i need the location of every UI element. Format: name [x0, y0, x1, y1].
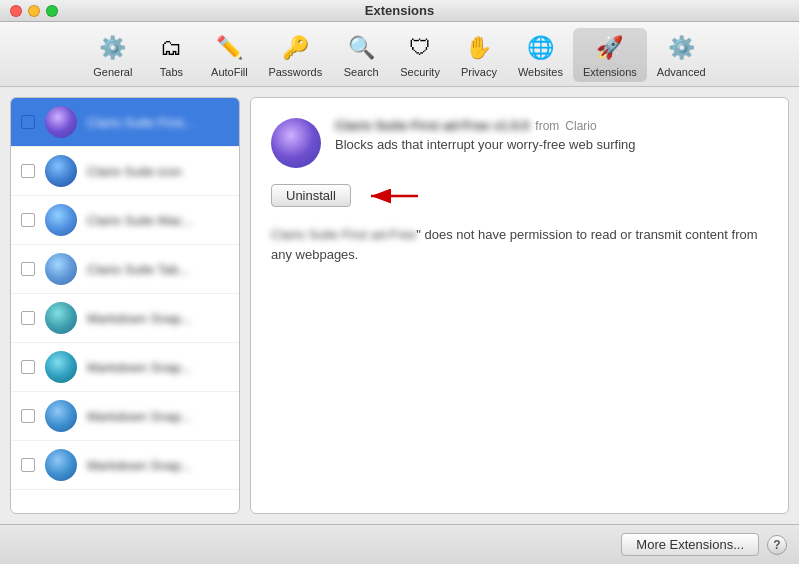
advanced-icon: ⚙️	[665, 32, 697, 64]
sidebar-checkbox-item7[interactable]	[21, 409, 35, 423]
sidebar-checkbox-item3[interactable]	[21, 213, 35, 227]
toolbar-item-security[interactable]: 🛡Security	[390, 28, 450, 82]
toolbar-item-websites[interactable]: 🌐Websites	[508, 28, 573, 82]
sidebar-item-item4[interactable]: Clario Suite Tab...	[11, 245, 239, 294]
sidebar-checkbox-item2[interactable]	[21, 164, 35, 178]
security-icon: 🛡	[404, 32, 436, 64]
search-label: Search	[344, 66, 379, 78]
general-icon: ⚙️	[97, 32, 129, 64]
toolbar-item-passwords[interactable]: 🔑Passwords	[258, 28, 332, 82]
extension-description: Blocks ads that interrupt your worry-fre…	[335, 137, 768, 152]
sidebar-icon-item1	[45, 106, 77, 138]
extensions-icon: 🚀	[594, 32, 626, 64]
privacy-icon: ✋	[463, 32, 495, 64]
sidebar-icon-item2	[45, 155, 77, 187]
autofill-label: AutoFill	[211, 66, 248, 78]
extension-name-row: Clario Suite First ad-Free v1.5.0 from C…	[335, 118, 768, 133]
maximize-button[interactable]	[46, 5, 58, 17]
arrow-icon	[363, 185, 423, 207]
autofill-icon: ✏️	[213, 32, 245, 64]
sidebar-item-item1[interactable]: Clario Suite First...	[11, 98, 239, 147]
toolbar-item-extensions[interactable]: 🚀Extensions	[573, 28, 647, 82]
extension-info: Clario Suite First ad-Free v1.5.0 from C…	[335, 118, 768, 152]
sidebar-checkbox-item4[interactable]	[21, 262, 35, 276]
search-icon: 🔍	[345, 32, 377, 64]
uninstall-row: Uninstall	[271, 184, 768, 207]
passwords-label: Passwords	[268, 66, 322, 78]
security-label: Security	[400, 66, 440, 78]
tabs-icon: 🗂	[155, 32, 187, 64]
toolbar-item-privacy[interactable]: ✋Privacy	[450, 28, 508, 82]
extension-name: Clario Suite First ad-Free v1.5.0	[335, 118, 529, 133]
toolbar-item-advanced[interactable]: ⚙️Advanced	[647, 28, 716, 82]
extensions-label: Extensions	[583, 66, 637, 78]
window-title: Extensions	[365, 3, 434, 18]
sidebar-item-label-item3: Clario Suite Mac...	[87, 213, 193, 228]
extension-from-label: from	[535, 119, 559, 133]
sidebar-icon-item4	[45, 253, 77, 285]
minimize-button[interactable]	[28, 5, 40, 17]
websites-label: Websites	[518, 66, 563, 78]
sidebar-item-label-item5: Markdown Snap...	[87, 311, 192, 326]
toolbar: ⚙️General🗂Tabs✏️AutoFill🔑Passwords🔍Searc…	[0, 22, 799, 87]
sidebar-icon-item5	[45, 302, 77, 334]
toolbar-item-tabs[interactable]: 🗂Tabs	[142, 28, 200, 82]
privacy-label: Privacy	[461, 66, 497, 78]
sidebar-checkbox-item6[interactable]	[21, 360, 35, 374]
sidebar-item-item7[interactable]: Markdown Snap...	[11, 392, 239, 441]
close-button[interactable]	[10, 5, 22, 17]
tabs-label: Tabs	[160, 66, 183, 78]
sidebar-item-item8[interactable]: Markdown Snap...	[11, 441, 239, 490]
sidebar-item-item6[interactable]: Markdown Snap...	[11, 343, 239, 392]
sidebar-item-item3[interactable]: Clario Suite Mac...	[11, 196, 239, 245]
extension-detail: Clario Suite First ad-Free v1.5.0 from C…	[250, 97, 789, 514]
sidebar-item-item5[interactable]: Markdown Snap...	[11, 294, 239, 343]
more-extensions-button[interactable]: More Extensions...	[621, 533, 759, 556]
extension-header: Clario Suite First ad-Free v1.5.0 from C…	[271, 118, 768, 168]
sidebar-item-label-item8: Markdown Snap...	[87, 458, 192, 473]
advanced-label: Advanced	[657, 66, 706, 78]
arrow-indicator	[363, 185, 423, 207]
middle-area: Clario Suite First...Clario Suite iconCl…	[10, 97, 789, 514]
sidebar-item-label-item7: Markdown Snap...	[87, 409, 192, 424]
permissions-ext-name: Clario Suite First ad-Free	[271, 227, 416, 242]
sidebar-item-item2[interactable]: Clario Suite icon	[11, 147, 239, 196]
sidebar-icon-item3	[45, 204, 77, 236]
window-controls[interactable]	[10, 5, 58, 17]
sidebar-item-label-item2: Clario Suite icon	[87, 164, 182, 179]
sidebar-icon-item8	[45, 449, 77, 481]
sidebar-checkbox-item5[interactable]	[21, 311, 35, 325]
sidebar-icon-item7	[45, 400, 77, 432]
help-button[interactable]: ?	[767, 535, 787, 555]
sidebar-item-label-item6: Markdown Snap...	[87, 360, 192, 375]
toolbar-item-search[interactable]: 🔍Search	[332, 28, 390, 82]
sidebar-item-label-item1: Clario Suite First...	[87, 115, 194, 130]
sidebar-checkbox-item8[interactable]	[21, 458, 35, 472]
extension-list: Clario Suite First...Clario Suite iconCl…	[10, 97, 240, 514]
general-label: General	[93, 66, 132, 78]
uninstall-button[interactable]: Uninstall	[271, 184, 351, 207]
permissions-text: Clario Suite First ad-Free" does not hav…	[271, 225, 768, 264]
extension-from-developer: Clario	[565, 119, 596, 133]
websites-icon: 🌐	[524, 32, 556, 64]
bottom-bar: More Extensions... ?	[0, 524, 799, 564]
window-content: Clario Suite First...Clario Suite iconCl…	[0, 87, 799, 564]
title-bar: Extensions	[0, 0, 799, 22]
toolbar-item-general[interactable]: ⚙️General	[83, 28, 142, 82]
toolbar-item-autofill[interactable]: ✏️AutoFill	[200, 28, 258, 82]
extension-icon	[271, 118, 321, 168]
passwords-icon: 🔑	[279, 32, 311, 64]
sidebar-icon-item6	[45, 351, 77, 383]
sidebar-checkbox-item1[interactable]	[21, 115, 35, 129]
sidebar-item-label-item4: Clario Suite Tab...	[87, 262, 189, 277]
